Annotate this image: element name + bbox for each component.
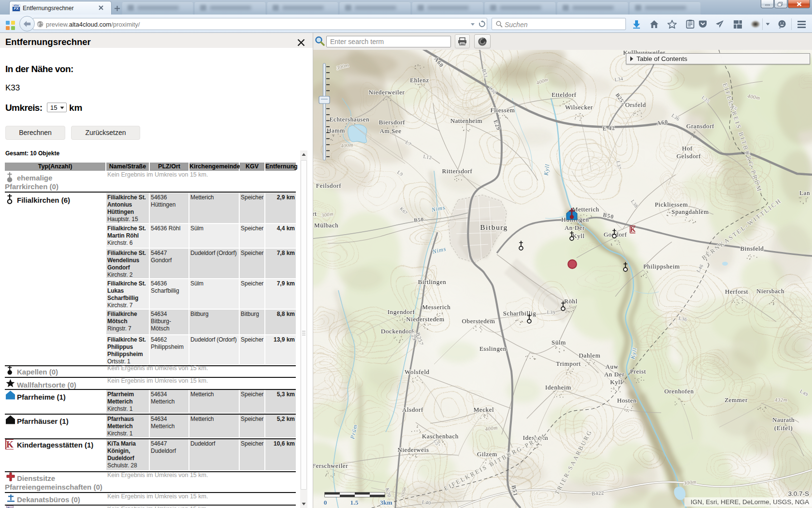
svg-text:Idenheim: Idenheim [545, 384, 571, 391]
svg-text:Lan: Lan [799, 189, 810, 196]
svg-text:Zemmer: Zemmer [725, 396, 748, 403]
svg-text:Hosten: Hosten [617, 397, 637, 404]
svg-text:Mülbach: Mülbach [314, 222, 338, 229]
svg-text:Alsdorf: Alsdorf [402, 406, 423, 413]
svg-text:1.5: 1.5 [350, 499, 359, 506]
svg-text:Preist: Preist [630, 368, 646, 375]
svg-text:Hof: Hof [682, 145, 693, 152]
svg-text:K: K [630, 225, 636, 233]
svg-text:Orsfeld: Orsfeld [625, 101, 646, 108]
svg-text:Kyll: Kyll [572, 232, 585, 239]
svg-text:Niederweiler: Niederweiler [368, 89, 405, 96]
svg-text:Kyll: Kyll [610, 378, 623, 386]
svg-text:Oberstedem: Oberstedem [462, 317, 495, 325]
svg-text:IGN, Esri, HERE, DeLorme, USGS: IGN, Esri, HERE, DeLorme, USGS, NGA [691, 498, 809, 506]
svg-text:Wolsfeld: Wolsfeld [405, 368, 429, 375]
svg-text:Birtlingen: Birtlingen [418, 278, 447, 285]
svg-text:Gransdorf: Gransdorf [686, 122, 714, 130]
svg-text:Binsfeld: Binsfeld [740, 245, 764, 252]
svg-text:Wilsecker: Wilsecker [565, 104, 593, 111]
svg-text:Dahlem: Dahlem [579, 352, 601, 359]
svg-text:rt: rt [313, 210, 317, 217]
svg-text:Niederweis: Niederweis [397, 446, 429, 453]
svg-text:An Der: An Der [604, 371, 624, 378]
svg-text:Trimport: Trimport [556, 360, 580, 367]
svg-text:Orenhofen: Orenhofen [665, 388, 694, 395]
svg-text:Herforst: Herforst [725, 288, 748, 295]
svg-text:(Eifel): (Eifel) [774, 424, 793, 432]
svg-text:Nattenheim: Nattenheim [450, 117, 483, 124]
svg-text:Etteldorf: Etteldorf [551, 91, 577, 98]
svg-text:Gelsdorf: Gelsdorf [677, 152, 701, 160]
svg-text:Metterich: Metterich [572, 206, 599, 213]
svg-text:L39: L39 [547, 309, 556, 315]
svg-text:Scharfbillig: Scharfbillig [503, 310, 536, 317]
svg-text:0: 0 [324, 499, 327, 506]
svg-text:Auw: Auw [605, 363, 618, 370]
svg-text:Rittersdorf: Rittersdorf [442, 167, 473, 175]
svg-text:Spangdahlem: Spangdahlem [671, 208, 709, 215]
svg-text:Pickliessem: Pickliessem [655, 201, 688, 208]
svg-text:Naurath: Naurath [772, 416, 795, 423]
svg-text:Kaschenbach: Kaschenbach [422, 433, 459, 440]
svg-text:Meckel: Meckel [474, 406, 494, 413]
svg-text:432m: 432m [775, 397, 787, 403]
svg-text:Biersdorf: Biersdorf [379, 119, 406, 126]
svg-text:Niersbach: Niersbach [756, 287, 784, 295]
svg-text:Messerich: Messerich [422, 303, 451, 311]
svg-text:Philippsheim: Philippsheim [643, 263, 680, 270]
svg-text:3km: 3km [380, 499, 392, 506]
svg-text:Feilsdorf: Feilsdorf [316, 182, 341, 189]
svg-text:Ehlenz: Ehlenz [410, 76, 429, 84]
svg-text:An Der: An Der [565, 224, 585, 231]
svg-text:Ingendorf: Ingendorf [388, 308, 415, 315]
svg-text:B50: B50 [414, 216, 424, 223]
svg-text:Esslingen: Esslingen [479, 345, 507, 352]
svg-text:Ferschweiler: Ferschweiler [313, 462, 348, 469]
svg-text:B422: B422 [591, 490, 604, 496]
svg-text:Bitburg: Bitburg [480, 223, 508, 231]
svg-text:Am See: Am See [379, 127, 401, 134]
svg-text:E 42: E 42 [602, 125, 615, 131]
svg-text:3.0.7-S: 3.0.7-S [788, 490, 809, 497]
svg-text:Echtershausen: Echtershausen [330, 116, 370, 123]
svg-text:400m: 400m [340, 142, 353, 149]
svg-text:Fliessem: Fliessem [490, 106, 515, 114]
svg-text:Dockendorf: Dockendorf [381, 328, 414, 335]
svg-text:Röhl: Röhl [564, 298, 578, 305]
svg-text:Sülm: Sülm [551, 339, 566, 346]
svg-text:Niederstedem: Niederstedem [406, 315, 444, 323]
svg-text:Gilzem: Gilzem [477, 450, 497, 458]
